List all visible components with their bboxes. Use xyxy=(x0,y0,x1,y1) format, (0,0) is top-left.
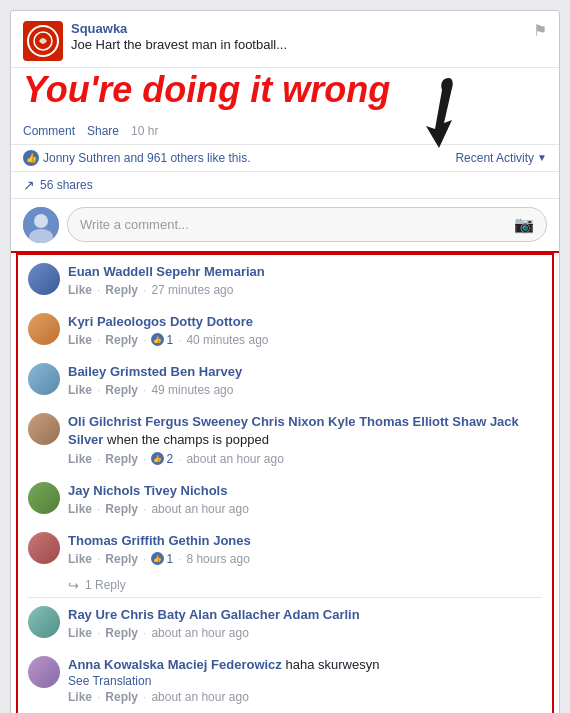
comment-item: Jay Nichols Tivey NicholsLike·Reply·abou… xyxy=(18,474,552,524)
comment-names: Anna Kowalska Maciej Federowicz haha sku… xyxy=(68,656,542,674)
mini-thumb-icon: 👍 xyxy=(151,452,164,465)
comment-tagged[interactable]: Ben Harvey xyxy=(171,364,243,379)
like-action[interactable]: Like xyxy=(68,626,92,640)
separator: · xyxy=(178,333,181,347)
separator: · xyxy=(97,690,100,704)
comment-actions: Like·Reply·about an hour ago xyxy=(68,626,542,640)
post-info: Squawka Joe Hart the bravest man in foot… xyxy=(71,21,547,52)
comment-time: about an hour ago xyxy=(186,452,283,466)
comment-time: 40 minutes ago xyxy=(186,333,268,347)
reply-action[interactable]: Reply xyxy=(105,333,138,347)
comment-actions: Like·Reply·about an hour ago xyxy=(68,690,542,704)
comment-author[interactable]: Anna Kowalska xyxy=(68,657,168,672)
comment-avatar xyxy=(28,413,60,445)
comment-names: Jay Nichols Tivey Nichols xyxy=(68,482,542,500)
comment-actions: Like·Reply·👍 2·about an hour ago xyxy=(68,452,542,466)
like-action[interactable]: Like xyxy=(68,690,92,704)
comment-avatar xyxy=(28,263,60,295)
shares-bar: ↗ 56 shares xyxy=(11,172,559,199)
comment-placeholder: Write a comment... xyxy=(80,217,189,232)
comment-item: Thomas Griffith Gethin JonesLike·Reply·👍… xyxy=(18,524,552,574)
share-arrow-icon: ↗ xyxy=(23,177,35,193)
separator: · xyxy=(143,690,146,704)
reply-action[interactable]: Reply xyxy=(105,502,138,516)
like-action[interactable]: Like xyxy=(68,452,92,466)
reply-count-link[interactable]: 1 Reply xyxy=(85,578,126,592)
facebook-post-card: Squawka Joe Hart the bravest man in foot… xyxy=(10,10,560,713)
comment-author[interactable]: Oli Gilchrist xyxy=(68,414,145,429)
like-action[interactable]: Like xyxy=(68,283,92,297)
comment-author[interactable]: Kyri Paleologos xyxy=(68,314,170,329)
comment-names: Bailey Grimsted Ben Harvey xyxy=(68,363,542,381)
comment-input-box[interactable]: Write a comment... 📷 xyxy=(67,207,547,242)
reply-action[interactable]: Reply xyxy=(105,690,138,704)
comment-actions: Like·Reply·👍 1·40 minutes ago xyxy=(68,333,542,347)
post-header: Squawka Joe Hart the bravest man in foot… xyxy=(11,11,559,68)
separator: · xyxy=(97,452,100,466)
comment-names: Euan Waddell Sepehr Memarian xyxy=(68,263,542,281)
brand-logo-inner xyxy=(27,25,59,57)
comment-link[interactable]: Comment xyxy=(23,124,75,138)
separator: · xyxy=(97,552,100,566)
mini-thumb-icon: 👍 xyxy=(151,552,164,565)
likes-left: 👍 Jonny Suthren and 961 others like this… xyxy=(23,150,250,166)
reply-action[interactable]: Reply xyxy=(105,626,138,640)
comment-time: 27 minutes ago xyxy=(151,283,233,297)
comments-section: Euan Waddell Sepehr MemarianLike·Reply·2… xyxy=(16,253,554,713)
comment-time: about an hour ago xyxy=(151,626,248,640)
page-name[interactable]: Squawka xyxy=(71,21,127,36)
action-links-left: Comment Share 10 hr xyxy=(23,124,158,138)
comment-body: Jay Nichols Tivey NicholsLike·Reply·abou… xyxy=(68,482,542,522)
comment-tagged[interactable]: Gethin Jones xyxy=(168,533,250,548)
like-action[interactable]: Like xyxy=(68,552,92,566)
post-text: Joe Hart the bravest man in football... xyxy=(71,37,547,52)
separator: · xyxy=(97,626,100,640)
separator: · xyxy=(143,333,146,347)
reply-arrow-icon: ↪ xyxy=(68,578,79,593)
comment-author[interactable]: Ray Ure xyxy=(68,607,121,622)
share-link[interactable]: Share xyxy=(87,124,119,138)
shares-count[interactable]: 56 shares xyxy=(40,178,93,192)
comment-item: Oli Gilchrist Fergus Sweeney Chris Nixon… xyxy=(18,405,552,473)
comment-avatar xyxy=(28,482,60,514)
comment-author[interactable]: Thomas Griffith xyxy=(68,533,168,548)
comment-input-area: Write a comment... 📷 xyxy=(11,199,559,253)
comment-actions: Like·Reply·49 minutes ago xyxy=(68,383,542,397)
separator: · xyxy=(143,626,146,640)
like-count: 👍 2 xyxy=(151,452,173,466)
comment-names: Ray Ure Chris Baty Alan Gallacher Adam C… xyxy=(68,606,542,624)
comment-avatar xyxy=(28,656,60,688)
separator: · xyxy=(143,502,146,516)
comment-tagged[interactable]: Chris Baty Alan Gallacher Adam Carlin xyxy=(121,607,360,622)
comment-author[interactable]: Bailey Grimsted xyxy=(68,364,171,379)
comment-tagged[interactable]: Tivey Nichols xyxy=(144,483,228,498)
comment-actions: Like·Reply·27 minutes ago xyxy=(68,283,542,297)
comment-body: Bailey Grimsted Ben HarveyLike·Reply·49 … xyxy=(68,363,542,403)
reply-action[interactable]: Reply xyxy=(105,552,138,566)
comment-item: Anna Kowalska Maciej Federowicz haha sku… xyxy=(18,648,552,712)
comment-author[interactable]: Euan Waddell xyxy=(68,264,156,279)
reply-action[interactable]: Reply xyxy=(105,383,138,397)
comment-author[interactable]: Jay Nichols xyxy=(68,483,144,498)
flag-icon[interactable]: ⚑ xyxy=(533,21,547,40)
comment-body: Ray Ure Chris Baty Alan Gallacher Adam C… xyxy=(68,606,542,646)
reply-action[interactable]: Reply xyxy=(105,452,138,466)
post-time: 10 hr xyxy=(131,124,158,138)
like-action[interactable]: Like xyxy=(68,383,92,397)
comment-tagged[interactable]: Sepehr Memarian xyxy=(156,264,264,279)
like-action[interactable]: Like xyxy=(68,502,92,516)
comment-item: Bailey Grimsted Ben HarveyLike·Reply·49 … xyxy=(18,355,552,405)
comment-body: Oli Gilchrist Fergus Sweeney Chris Nixon… xyxy=(68,413,542,471)
separator: · xyxy=(143,452,146,466)
comment-tagged[interactable]: Dotty Dottore xyxy=(170,314,253,329)
comment-tagged[interactable]: Maciej Federowicz xyxy=(168,657,282,672)
comment-item: Euan Waddell Sepehr MemarianLike·Reply·2… xyxy=(18,255,552,305)
like-action[interactable]: Like xyxy=(68,333,92,347)
separator: · xyxy=(97,333,100,347)
reply-action[interactable]: Reply xyxy=(105,283,138,297)
see-translation-link[interactable]: See Translation xyxy=(68,674,542,688)
comment-item: Kyri Paleologos Dotty DottoreLike·Reply·… xyxy=(18,305,552,355)
comment-actions: Like·Reply·about an hour ago xyxy=(68,502,542,516)
likes-text[interactable]: Jonny Suthren and 961 others like this. xyxy=(43,151,250,165)
comment-time: about an hour ago xyxy=(151,690,248,704)
